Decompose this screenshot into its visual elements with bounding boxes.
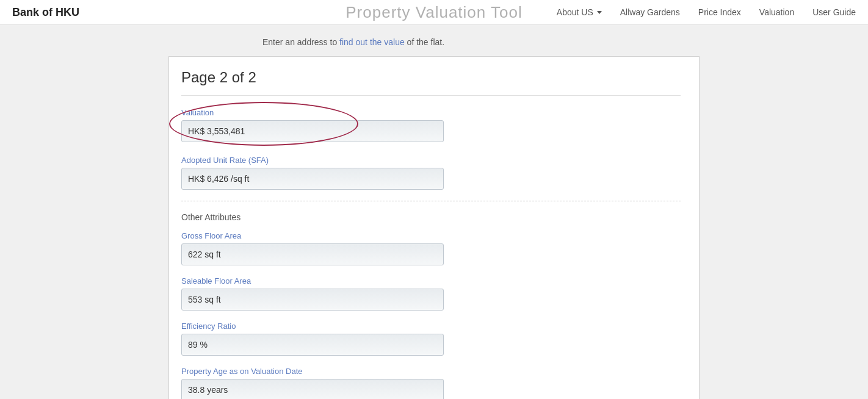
gross-floor-area-input[interactable] [181, 243, 444, 265]
nav-item-valuation[interactable]: Valuation [759, 7, 794, 18]
other-attributes-heading: Other Attributes [181, 212, 681, 222]
main-card: Page 2 of 2 Valuation Adopted Unit Rate … [168, 56, 700, 399]
about-us-link[interactable]: About US [557, 7, 593, 17]
valuation-group: Valuation [181, 108, 681, 142]
nav-menu: About US Allway Gardens Price Index Valu… [557, 7, 856, 18]
main-content: Enter an address to find out the value o… [0, 25, 868, 399]
page-title: Page 2 of 2 [181, 69, 681, 96]
about-us-caret-icon [597, 11, 602, 14]
saleable-floor-area-label: Saleable Floor Area [181, 276, 681, 286]
property-age-label: Property Age as on Valuation Date [181, 367, 681, 376]
navbar: Bank of HKU Property Valuation Tool Abou… [0, 0, 868, 25]
allway-gardens-link[interactable]: Allway Gardens [620, 7, 680, 17]
user-guide-link[interactable]: User Guide [812, 7, 856, 17]
valuation-input[interactable] [181, 120, 444, 142]
app-title: Property Valuation Tool [345, 3, 522, 22]
efficiency-ratio-group: Efficiency Ratio [181, 322, 681, 356]
section-divider [181, 201, 681, 201]
nav-item-allway-gardens[interactable]: Allway Gardens [620, 7, 680, 18]
price-index-link[interactable]: Price Index [698, 7, 741, 17]
subtitle-highlight: find out the value [339, 37, 405, 47]
brand-name: Bank of HKU [12, 6, 79, 19]
nav-item-price-index[interactable]: Price Index [698, 7, 741, 18]
valuation-label: Valuation [181, 108, 681, 117]
nav-item-about-us[interactable]: About US [557, 7, 602, 17]
property-age-input[interactable] [181, 379, 444, 399]
adopted-unit-rate-input[interactable] [181, 168, 444, 190]
saleable-floor-area-input[interactable] [181, 289, 444, 311]
nav-item-user-guide[interactable]: User Guide [812, 7, 856, 18]
valuation-link[interactable]: Valuation [759, 7, 794, 17]
subtitle-text-after: of the flat. [405, 37, 444, 47]
efficiency-ratio-input[interactable] [181, 334, 444, 356]
adopted-unit-rate-group: Adopted Unit Rate (SFA) [181, 156, 681, 190]
subtitle: Enter an address to find out the value o… [262, 37, 444, 47]
subtitle-text-before: Enter an address to [262, 37, 339, 47]
gross-floor-area-label: Gross Floor Area [181, 231, 681, 240]
gross-floor-area-group: Gross Floor Area [181, 231, 681, 265]
property-age-group: Property Age as on Valuation Date [181, 367, 681, 399]
adopted-unit-rate-label: Adopted Unit Rate (SFA) [181, 156, 681, 165]
saleable-floor-area-group: Saleable Floor Area [181, 276, 681, 311]
efficiency-ratio-label: Efficiency Ratio [181, 322, 681, 331]
